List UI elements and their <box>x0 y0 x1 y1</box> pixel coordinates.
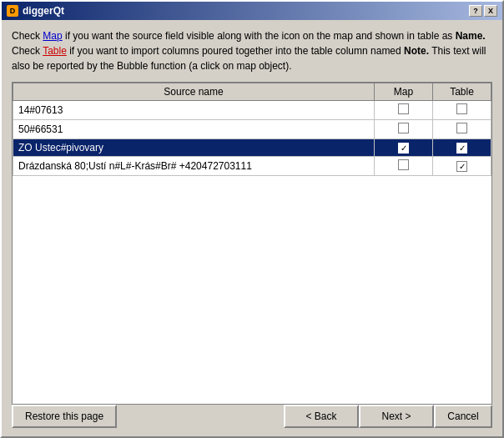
cell-map-1[interactable] <box>375 120 433 139</box>
table-header-row: Source name Map Table <box>13 83 491 101</box>
table-row[interactable]: Drázdanská 80;Ustí n#L#-Krás#Br# +420472… <box>13 157 491 176</box>
checkbox-map-1[interactable] <box>398 123 409 133</box>
back-button[interactable]: < Back <box>284 405 359 428</box>
app-icon-text: D <box>10 7 16 15</box>
next-button[interactable]: Next > <box>359 405 434 428</box>
table-row[interactable]: 50#66531 <box>13 120 491 139</box>
cell-source-1: 50#66531 <box>13 120 375 139</box>
content-area: Check Map if you want the source field v… <box>2 20 502 436</box>
table-link[interactable]: Table <box>43 45 67 57</box>
app-icon: D <box>7 5 18 17</box>
cell-table-0[interactable] <box>433 101 491 120</box>
map-link[interactable]: Map <box>43 30 62 42</box>
cell-table-3[interactable] <box>433 157 491 176</box>
table-row[interactable]: ZO Ustec#pivovary <box>13 139 491 157</box>
table-row[interactable]: 14#07613 <box>13 101 491 120</box>
cell-map-2[interactable] <box>375 139 433 157</box>
description-text: Check Map if you want the source field v… <box>12 28 492 73</box>
titlebar-buttons: ? X <box>469 5 497 17</box>
checkbox-table-3[interactable] <box>456 161 467 172</box>
checkbox-map-3[interactable] <box>398 159 409 170</box>
table-body: 14#0761350#66531ZO Ustec#pivovaryDrázdan… <box>13 101 491 176</box>
cell-source-0: 14#07613 <box>13 101 375 120</box>
footer-wrapper: Restore this page < Back Next > Cancel <box>12 405 492 428</box>
help-button[interactable]: ? <box>469 5 482 17</box>
window-title: diggerQt <box>23 5 64 17</box>
main-window: D diggerQt ? X Check Map if you want the… <box>0 0 504 438</box>
close-button[interactable]: X <box>484 5 497 17</box>
checkbox-table-2[interactable] <box>456 143 467 154</box>
cancel-button[interactable]: Cancel <box>434 405 492 428</box>
cell-source-3: Drázdanská 80;Ustí n#L#-Krás#Br# +420472… <box>13 157 375 176</box>
header-table: Table <box>433 83 491 101</box>
data-table: Source name Map Table 14#0761350#66531ZO… <box>13 83 491 176</box>
cell-map-3[interactable] <box>375 157 433 176</box>
titlebar: D diggerQt ? X <box>2 2 502 20</box>
cell-map-0[interactable] <box>375 101 433 120</box>
cell-table-1[interactable] <box>433 120 491 139</box>
checkbox-table-1[interactable] <box>456 123 467 133</box>
checkbox-map-2[interactable] <box>398 143 409 154</box>
data-table-container: Source name Map Table 14#0761350#66531ZO… <box>12 82 492 405</box>
restore-button[interactable]: Restore this page <box>12 405 117 428</box>
titlebar-left: D diggerQt <box>7 5 64 17</box>
header-map: Map <box>375 83 433 101</box>
header-source-name: Source name <box>13 83 375 101</box>
checkbox-table-0[interactable] <box>456 103 467 114</box>
cell-source-2: ZO Ustec#pivovary <box>13 139 375 157</box>
checkbox-map-0[interactable] <box>398 103 409 114</box>
cell-table-2[interactable] <box>433 139 491 157</box>
